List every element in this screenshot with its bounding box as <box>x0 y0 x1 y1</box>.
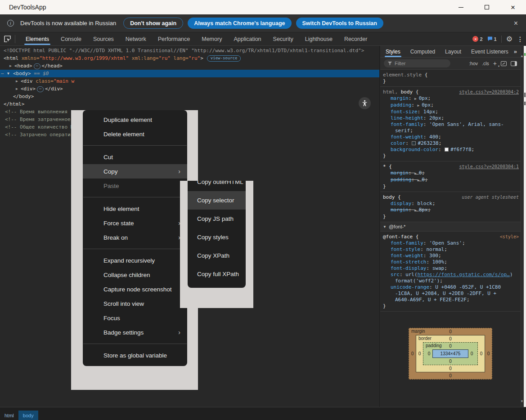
tab-event-listeners[interactable]: Event Listeners <box>471 46 508 58</box>
dom-tree-row[interactable]: </html> <box>0 100 380 108</box>
tab-security[interactable]: Security <box>267 32 299 45</box>
css-declaration[interactable]: serif; <box>383 128 519 134</box>
css-declaration[interactable]: padding: ▶ 0; <box>383 177 519 183</box>
border-right-value[interactable]: 0 <box>478 351 485 356</box>
menu-item-copy[interactable]: Copy› <box>83 164 187 179</box>
css-declaration[interactable]: font-family: 'Open Sans'; <box>383 240 519 246</box>
expand-arrow-icon[interactable]: ▶ <box>9 62 12 70</box>
margin-left-value[interactable]: 0 <box>409 351 416 356</box>
maximize-button[interactable] <box>474 0 500 14</box>
padding-bottom-value[interactable]: 0 <box>447 359 454 364</box>
breadcrumb-body[interactable]: body <box>18 411 38 420</box>
stylesheet-source-link[interactable]: style.css?v=20200304:2 <box>459 89 519 95</box>
more-options-icon[interactable]: ⋮ <box>517 36 523 43</box>
infobar-button-always-match-chrome-s-language[interactable]: Always match Chrome's language <box>188 18 291 29</box>
css-declaration[interactable]: font-weight: 400; <box>383 134 519 140</box>
padding-top-value[interactable]: 0 <box>447 344 454 349</box>
tab-layout[interactable]: Layout <box>445 46 461 58</box>
menu-item-cut[interactable]: Cut <box>83 150 187 164</box>
toggle-element-state-button[interactable]: :hov <box>469 61 478 66</box>
padding-left-value[interactable]: 0 <box>426 351 432 356</box>
tab-styles[interactable]: Styles <box>386 46 400 58</box>
menu-item-expand-recursively[interactable]: Expand recursively <box>83 253 187 268</box>
css-declaration[interactable]: unicode-range: U +0460 -052F, U +1C80 <box>383 284 519 290</box>
box-model-padding[interactable]: padding0 0 1334×475 0 0 <box>423 342 478 365</box>
dom-tree-row[interactable]: <!DOCTYPE html PUBLIC "-//W3C//DTD XHTML… <box>0 47 380 54</box>
color-swatch[interactable] <box>445 147 449 152</box>
console-errors-badge[interactable]: ×2 <box>472 36 482 42</box>
inline-expand-icon[interactable]: ⋯ <box>34 63 40 69</box>
menu-item-copy-selector[interactable]: Copy selector <box>188 191 246 210</box>
dom-tree-row[interactable]: ▶<head>⋯</head> <box>0 62 380 70</box>
close-button[interactable]: × <box>500 0 526 14</box>
menu-item-copy-full-xpath[interactable]: Copy full XPath <box>188 265 246 283</box>
tab-console[interactable]: Console <box>55 32 87 45</box>
padding-right-value[interactable]: 0 <box>468 351 475 356</box>
styles-scrollbar[interactable]: ▲ ▼ <box>521 46 524 407</box>
expand-arrow-icon[interactable]: ▶ <box>16 85 18 93</box>
menu-item-copy-styles[interactable]: Copy styles <box>188 228 246 246</box>
menu-item-duplicate-element[interactable]: Duplicate element <box>83 112 187 127</box>
css-declaration[interactable]: font-stretch: 100%; <box>383 259 519 265</box>
computed-sidebar-toggle-icon[interactable] <box>511 61 517 66</box>
menu-item-copy-outerhtml[interactable]: Copy outerHTML <box>188 181 246 191</box>
menu-item-badge-settings[interactable]: Badge settings› <box>83 325 187 340</box>
box-model-diagram[interactable]: margin0 0 border0 0 padding0 0 1334×475 <box>409 328 492 380</box>
css-declaration[interactable]: margin: ▶ 0; <box>383 170 519 177</box>
collapse-arrow-icon[interactable]: ▼ <box>7 70 9 77</box>
infobar-button-switch-devtools-to-russian[interactable]: Switch DevTools to Russian <box>296 18 383 29</box>
styles-filter-input[interactable]: Filter <box>384 59 450 67</box>
border-left-value[interactable]: 0 <box>416 351 423 356</box>
border-top-value[interactable]: 0 <box>447 336 454 341</box>
font-url-link[interactable]: https://fonts.gstatic.com/s/op… <box>418 272 510 277</box>
menu-item-scroll-into-view[interactable]: Scroll into view <box>83 296 187 311</box>
section-collapse-icon[interactable]: ▼ <box>383 225 387 229</box>
css-declaration[interactable]: margin: ▶ 0px; <box>383 95 519 102</box>
element-classes-button[interactable]: .cls <box>482 61 489 66</box>
menu-item-copy-xpath[interactable]: Copy XPath <box>188 246 246 265</box>
box-model-margin[interactable]: margin0 0 border0 0 padding0 0 1334×475 <box>409 328 492 380</box>
menu-item-delete-element[interactable]: Delete element <box>83 127 187 141</box>
css-declaration[interactable]: color: #263238; <box>383 140 519 147</box>
tab-performance[interactable]: Performance <box>152 32 196 45</box>
menu-item-break-on[interactable]: Break on› <box>83 230 187 245</box>
dom-tree-row[interactable]: ▶<div class="main w <box>0 77 380 85</box>
box-model-content[interactable]: 1334×475 <box>432 349 468 358</box>
menu-item-collapse-children[interactable]: Collapse children <box>83 268 187 282</box>
infobar-button-don-t-show-again[interactable]: Don't show again <box>123 18 183 29</box>
css-declaration[interactable]: line-height: 20px; <box>383 115 519 121</box>
css-declaration[interactable]: font-weight: 300; <box>383 253 519 259</box>
issues-badge[interactable]: 1 <box>487 36 497 42</box>
css-declaration[interactable]: src: url(https://fonts.gstatic.com/s/op…… <box>383 272 519 278</box>
menu-item-hide-element[interactable]: Hide element <box>83 201 187 216</box>
breadcrumb-html[interactable]: html <box>0 411 18 420</box>
css-declaration[interactable]: font-style: normal; <box>383 246 519 253</box>
border-bottom-value[interactable]: 0 <box>447 366 454 371</box>
css-declaration[interactable]: font-family: 'Open Sans', Arial, sans- <box>383 121 519 128</box>
dom-tree-row[interactable]: </body> <box>0 93 380 100</box>
tab-memory[interactable]: Memory <box>196 32 228 45</box>
css-declaration[interactable]: font-display: swap; <box>383 265 519 272</box>
css-declaration[interactable]: background-color: #f6f7f8; <box>383 147 519 153</box>
stylesheet-source-link[interactable]: style.css?v=20200304:1 <box>459 164 519 170</box>
more-tabs-icon[interactable]: » <box>514 48 517 55</box>
minimize-button[interactable] <box>448 0 474 14</box>
menu-item-focus[interactable]: Focus <box>83 311 187 325</box>
tab-network[interactable]: Network <box>120 32 152 45</box>
settings-gear-icon[interactable]: ⚙ <box>506 35 513 43</box>
inline-expand-icon[interactable]: ⋯ <box>37 86 44 92</box>
dom-tree-row[interactable]: <html xmlns="http://www.w3.org/1999/xhtm… <box>0 54 380 62</box>
css-declaration[interactable]: display: block; <box>383 201 519 207</box>
dom-tree-row[interactable]: ▶<div>⋯</div> <box>0 85 380 93</box>
dom-tree-row[interactable]: ⋯▼<body> == $0 <box>0 70 380 77</box>
scroll-down-icon[interactable]: ▼ <box>520 399 524 403</box>
menu-item-force-state[interactable]: Force state› <box>83 216 187 230</box>
tab-elements[interactable]: Elements <box>20 32 55 45</box>
font-editor-icon[interactable] <box>501 61 507 66</box>
menu-item-capture-node-screenshot[interactable]: Capture node screenshot <box>83 282 187 296</box>
css-declaration[interactable]: font-size: 14px; <box>383 109 519 115</box>
css-declaration[interactable]: -1C8A, U +2084, U +2DE0 -2DFF, U + <box>383 290 519 297</box>
margin-bottom-value[interactable]: 0 <box>447 373 454 378</box>
inspect-element-icon[interactable] <box>4 35 11 43</box>
color-swatch[interactable] <box>412 141 416 145</box>
